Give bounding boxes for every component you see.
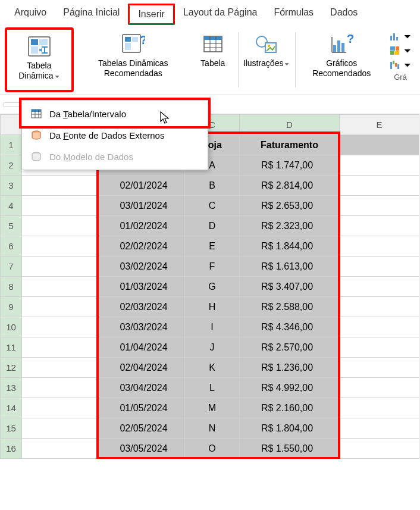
cell-faturamento[interactable]: R$ 1.236,00	[240, 358, 340, 378]
row-header[interactable]: 2	[1, 155, 22, 176]
row-header[interactable]: 16	[1, 439, 22, 459]
row-header[interactable]: 5	[1, 216, 22, 236]
tab-inserir[interactable]: Inserir	[128, 4, 174, 25]
row-header[interactable]: 6	[1, 236, 22, 256]
recommended-charts-button[interactable]: ? Gráficos Recomendados	[300, 27, 383, 92]
cell-faturamento[interactable]: R$ 4.346,00	[240, 317, 340, 337]
cell[interactable]	[22, 439, 98, 459]
cell-loja[interactable]: B	[185, 176, 240, 196]
cell-loja[interactable]: M	[185, 398, 240, 418]
row-header[interactable]: 4	[1, 196, 22, 216]
tab-arquivo[interactable]: Arquivo	[6, 4, 55, 25]
waterfall-chart-button[interactable]: ⏷	[387, 58, 414, 71]
from-external-item[interactable]: Da Fonte de Dados Externos	[22, 124, 208, 146]
cell-data[interactable]: 02/04/2024	[98, 358, 185, 378]
row-header[interactable]: 14	[1, 398, 22, 418]
cell[interactable]	[340, 358, 419, 378]
tab-pagina-inicial[interactable]: Página Inicial	[55, 4, 128, 25]
cell[interactable]	[340, 277, 419, 297]
cell[interactable]	[22, 378, 98, 398]
cell-loja[interactable]: O	[185, 439, 240, 459]
cell[interactable]	[22, 256, 98, 277]
select-all-corner[interactable]	[1, 115, 22, 135]
col-header-E[interactable]: E	[340, 115, 419, 135]
cell-data[interactable]: 03/01/2024	[98, 196, 185, 216]
cell-data[interactable]: 02/01/2024	[98, 176, 185, 196]
col-header-D[interactable]: D	[240, 115, 340, 135]
cell[interactable]	[22, 418, 98, 439]
cell-data[interactable]: 03/05/2024	[98, 439, 185, 459]
cell[interactable]	[340, 398, 419, 418]
cell-loja[interactable]: I	[185, 317, 240, 337]
cell-faturamento[interactable]: R$ 2.814,00	[240, 176, 340, 196]
cell-loja[interactable]: H	[185, 297, 240, 317]
table-button[interactable]: Tabela	[193, 27, 233, 92]
row-header[interactable]: 13	[1, 378, 22, 398]
column-chart-button[interactable]: ⏷	[387, 30, 414, 43]
cell-data[interactable]: 02/02/2024	[98, 236, 185, 256]
cell[interactable]	[340, 155, 419, 176]
cell[interactable]	[340, 439, 419, 459]
cell-loja[interactable]: J	[185, 337, 240, 358]
row-header[interactable]: 3	[1, 176, 22, 196]
cell-faturamento[interactable]: R$ 2.323,00	[240, 216, 340, 236]
cell[interactable]	[340, 135, 419, 155]
cell-faturamento[interactable]: R$ 2.160,00	[240, 398, 340, 418]
row-header[interactable]: 1	[1, 135, 22, 155]
cell-faturamento[interactable]: R$ 1.747,00	[240, 155, 340, 176]
cell[interactable]	[340, 256, 419, 277]
cell-faturamento[interactable]: R$ 2.653,00	[240, 196, 340, 216]
cell-loja[interactable]: E	[185, 236, 240, 256]
cell[interactable]	[22, 297, 98, 317]
row-header[interactable]: 9	[1, 297, 22, 317]
cell-loja[interactable]: K	[185, 358, 240, 378]
cell[interactable]	[340, 297, 419, 317]
cell-faturamento[interactable]: R$ 1.804,00	[240, 418, 340, 439]
cell-faturamento[interactable]: R$ 1.550,00	[240, 439, 340, 459]
cell[interactable]	[22, 398, 98, 418]
cell[interactable]	[340, 176, 419, 196]
cell-data[interactable]: 01/04/2024	[98, 337, 185, 358]
cell-loja[interactable]: D	[185, 216, 240, 236]
cell[interactable]	[340, 378, 419, 398]
row-header[interactable]: 12	[1, 358, 22, 378]
cell-data[interactable]: 01/02/2024	[98, 216, 185, 236]
cell[interactable]	[22, 236, 98, 256]
row-header[interactable]: 8	[1, 277, 22, 297]
cell-faturamento[interactable]: R$ 2.588,00	[240, 297, 340, 317]
cell[interactable]	[22, 176, 98, 196]
cell-header-faturamento[interactable]: Faturamento	[240, 135, 340, 155]
cell-data[interactable]: 03/03/2024	[98, 317, 185, 337]
cell[interactable]	[22, 277, 98, 297]
from-table-range-item[interactable]: Da Tabela/Intervalo	[22, 103, 208, 124]
cell[interactable]	[22, 317, 98, 337]
row-header[interactable]: 11	[1, 337, 22, 358]
cell[interactable]	[340, 337, 419, 358]
cell-data[interactable]: 02/05/2024	[98, 418, 185, 439]
row-header[interactable]: 7	[1, 256, 22, 277]
cell[interactable]	[22, 196, 98, 216]
cell[interactable]	[22, 358, 98, 378]
cell-data[interactable]: 02/03/2024	[98, 297, 185, 317]
cell-loja[interactable]: G	[185, 277, 240, 297]
cell-loja[interactable]: L	[185, 378, 240, 398]
cell-data[interactable]: 01/03/2024	[98, 277, 185, 297]
cell-data[interactable]: 01/05/2024	[98, 398, 185, 418]
cell[interactable]	[340, 236, 419, 256]
cell[interactable]	[22, 216, 98, 236]
pivot-table-button[interactable]: Tabela Dinâmica⏷	[5, 27, 74, 92]
cell-faturamento[interactable]: R$ 2.570,00	[240, 337, 340, 358]
cell[interactable]	[340, 196, 419, 216]
hierarchy-chart-button[interactable]: ⏷	[387, 44, 414, 57]
cell-faturamento[interactable]: R$ 4.992,00	[240, 378, 340, 398]
cell-loja[interactable]: N	[185, 418, 240, 439]
cell[interactable]	[340, 418, 419, 439]
cell-loja[interactable]: C	[185, 196, 240, 216]
cell[interactable]	[340, 317, 419, 337]
cell[interactable]	[340, 216, 419, 236]
tab-formulas[interactable]: Fórmulas	[265, 4, 322, 25]
cell-faturamento[interactable]: R$ 1.844,00	[240, 236, 340, 256]
row-header[interactable]: 15	[1, 418, 22, 439]
illustrations-button[interactable]: Ilustrações⏷	[243, 27, 290, 92]
recommended-pivot-button[interactable]: ? Tabelas Dinâmicas Recomendadas	[76, 27, 190, 92]
